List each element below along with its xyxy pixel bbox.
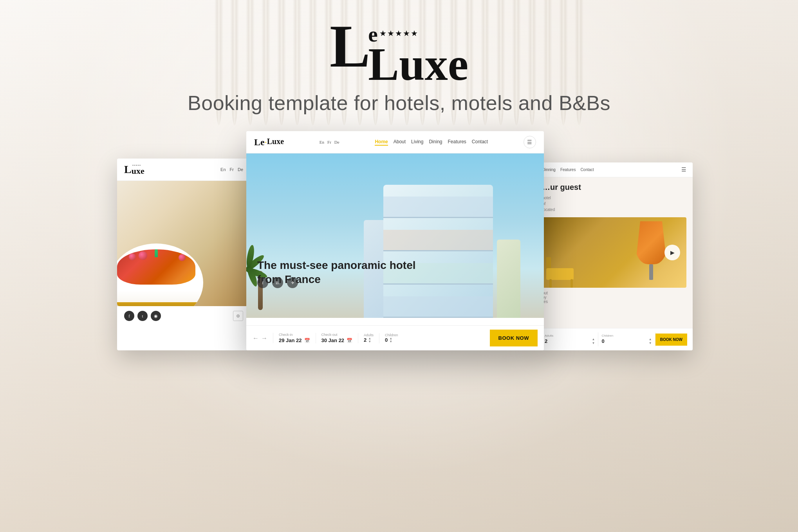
children-field: Children 0 ▲ ▼ bbox=[379, 333, 404, 343]
right-adults-arrows: ▲ ▼ bbox=[592, 337, 595, 345]
center-lang-de[interactable]: De bbox=[334, 140, 339, 144]
nav-home[interactable]: Home bbox=[375, 139, 388, 146]
center-hero-image: The must-see panoramic hotel from France… bbox=[246, 153, 544, 318]
right-children-down[interactable]: ▼ bbox=[649, 341, 652, 345]
left-bottom: f t ◉ ⊕ bbox=[117, 306, 250, 326]
building-illustration bbox=[364, 173, 520, 318]
checkout-calendar-icon: 📅 bbox=[347, 338, 352, 343]
berry-1 bbox=[129, 253, 136, 260]
left-nav: En Fr De bbox=[220, 167, 243, 172]
checkin-date: 29 Jan 22 bbox=[279, 337, 302, 343]
right-adults-down[interactable]: ▼ bbox=[592, 341, 595, 345]
booking-prev-arrow[interactable]: ← bbox=[253, 335, 259, 342]
main-content: L e ★★★★★ Luxe Booking template for hote… bbox=[0, 0, 798, 350]
left-logo-uxe: uxe bbox=[132, 167, 144, 175]
screenshots-container: L ***** uxe En Fr De bbox=[129, 131, 669, 350]
adults-control: 2 ▲ ▼ bbox=[364, 337, 374, 343]
right-children-field[interactable]: Children 0 ▲ ▼ bbox=[598, 332, 655, 346]
center-logo-luxe: Luxe bbox=[267, 137, 284, 146]
berry-3 bbox=[179, 254, 186, 261]
right-nav-features[interactable]: Features bbox=[560, 168, 576, 172]
checkin-calendar-icon: 📅 bbox=[304, 338, 310, 343]
balcony-4 bbox=[383, 296, 493, 318]
green-leaf bbox=[155, 249, 158, 257]
right-booking-bar: Adults 2 ▲ ▼ Children 0 bbox=[536, 328, 693, 350]
center-tripadvisor-icon[interactable]: ✈ bbox=[287, 277, 298, 288]
twitter-icon[interactable]: t bbox=[137, 311, 148, 321]
right-description: but by res bbox=[542, 291, 686, 304]
center-logo: Le · Luxe bbox=[254, 137, 284, 148]
center-booking-icon[interactable]: B. bbox=[272, 277, 283, 288]
screenshot-left[interactable]: L ***** uxe En Fr De bbox=[117, 159, 250, 350]
balcony-1 bbox=[383, 197, 493, 218]
center-facebook-icon[interactable]: f bbox=[257, 277, 268, 288]
building-main-body bbox=[383, 185, 493, 318]
adults-field[interactable]: Adults 2 ▲ ▼ bbox=[364, 333, 374, 343]
booking-next-arrow[interactable]: → bbox=[261, 335, 267, 342]
right-room-image: ▶ bbox=[542, 217, 686, 288]
right-adults-field[interactable]: Adults 2 ▲ ▼ bbox=[542, 332, 598, 346]
left-nav-en[interactable]: En bbox=[220, 167, 226, 172]
right-children-value: 0 bbox=[601, 338, 604, 344]
facebook-icon[interactable]: f bbox=[124, 311, 134, 321]
right-children-control: 0 ▲ ▼ bbox=[601, 337, 652, 345]
center-lang-en[interactable]: En bbox=[320, 140, 324, 144]
nav-features[interactable]: Features bbox=[448, 139, 466, 146]
checkout-value: 30 Jan 22 📅 bbox=[321, 337, 353, 343]
center-social-icons: f B. ✈ bbox=[257, 277, 298, 288]
children-field-inner[interactable]: Children 0 ▲ ▼ bbox=[385, 333, 398, 343]
page-subtitle: Booking template for hotels, motels and … bbox=[188, 91, 610, 115]
adults-down-arrow[interactable]: ▼ bbox=[368, 340, 371, 343]
logo-L-letter: L bbox=[330, 22, 370, 71]
book-now-button[interactable]: BOOK NOW bbox=[490, 330, 538, 346]
center-nav-links: Home About Living Dining Features Contac… bbox=[375, 139, 488, 146]
screenshot-right[interactable]: Dinning Features Contact ☰ …ur guest hot… bbox=[536, 162, 693, 350]
right-adults-value: 2 bbox=[545, 338, 547, 344]
chair-illustration bbox=[546, 260, 578, 288]
checkout-label: Check-out bbox=[321, 333, 353, 337]
checkout-field[interactable]: Check-out 30 Jan 22 📅 bbox=[316, 333, 358, 343]
logo-stars: ★★★★★ bbox=[379, 29, 419, 37]
children-value: 0 bbox=[385, 337, 388, 343]
right-children-up[interactable]: ▲ bbox=[649, 337, 652, 341]
right-nav-dinning[interactable]: Dinning bbox=[542, 168, 556, 172]
adults-value: 2 bbox=[364, 337, 367, 343]
right-nav-contact[interactable]: Contact bbox=[580, 168, 594, 172]
nav-dining[interactable]: Dining bbox=[429, 139, 442, 146]
screenshot-center[interactable]: Le · Luxe En Fr De Home About Living Din… bbox=[246, 131, 544, 350]
right-book-now-button[interactable]: BOOK NOW bbox=[655, 334, 687, 346]
lamp-shade bbox=[636, 221, 667, 264]
left-logo-L: L bbox=[124, 164, 132, 175]
nav-living[interactable]: Living bbox=[411, 139, 423, 146]
center-booking-bar: ← → Check-in 29 Jan 22 📅 Check-out 30 Ja… bbox=[246, 325, 544, 350]
center-logo-L: Le bbox=[254, 137, 265, 148]
left-nav-de[interactable]: De bbox=[238, 167, 243, 172]
checkin-field[interactable]: Check-in 29 Jan 22 📅 bbox=[273, 333, 316, 343]
left-header: L ***** uxe En Fr De bbox=[117, 159, 250, 181]
chair-seat bbox=[546, 268, 574, 280]
food-granola bbox=[117, 302, 203, 306]
chair-leg-left bbox=[549, 279, 552, 288]
zoom-icon[interactable]: ⊕ bbox=[233, 311, 243, 321]
right-hamburger-button[interactable]: ☰ bbox=[681, 166, 686, 173]
guests-field: Adults 2 ▲ ▼ bbox=[358, 333, 379, 343]
center-lang-fr[interactable]: Fr bbox=[327, 140, 331, 144]
checkout-date: 30 Jan 22 bbox=[321, 337, 345, 343]
right-section-title: …ur guest bbox=[542, 183, 686, 192]
right-children-arrows: ▲ ▼ bbox=[649, 337, 652, 345]
booking-nav-arrows: ← → bbox=[253, 335, 267, 342]
instagram-icon[interactable]: ◉ bbox=[151, 311, 161, 321]
left-nav-fr[interactable]: Fr bbox=[230, 167, 234, 172]
left-social-icons: f t ◉ bbox=[124, 311, 161, 321]
nav-contact[interactable]: Contact bbox=[472, 139, 488, 146]
center-lang-switcher: En Fr De bbox=[320, 140, 339, 144]
right-subtitle-located: located bbox=[542, 207, 555, 212]
play-button[interactable]: ▶ bbox=[664, 245, 680, 260]
right-booking-row: Adults 2 ▲ ▼ Children 0 bbox=[542, 332, 687, 346]
food-bowl bbox=[117, 243, 203, 306]
nav-about[interactable]: About bbox=[394, 139, 406, 146]
hamburger-button[interactable]: ☰ bbox=[524, 136, 536, 148]
right-adults-up[interactable]: ▲ bbox=[592, 337, 595, 341]
children-down-arrow[interactable]: ▼ bbox=[389, 340, 392, 343]
right-subtitle: hotel of located bbox=[542, 195, 686, 213]
